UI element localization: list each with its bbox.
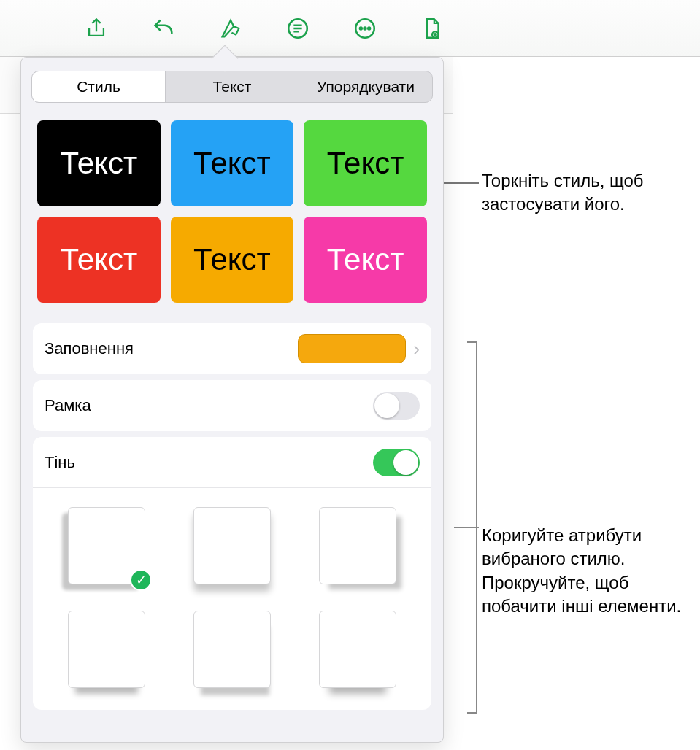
shadow-preset-4[interactable] xyxy=(68,611,145,688)
style-presets: Текст Текст Текст Текст Текст Текст xyxy=(21,113,443,317)
style-preset-green[interactable]: Текст xyxy=(304,120,427,206)
fill-color-chip[interactable] xyxy=(298,334,406,363)
format-panel: Стиль Текст Упорядкувати Текст Текст Тек… xyxy=(20,57,444,743)
more-icon[interactable] xyxy=(349,12,381,45)
svg-point-4 xyxy=(368,27,370,29)
fill-label: Заповнення xyxy=(45,339,134,358)
format-icon[interactable] xyxy=(215,12,247,45)
shadow-group: Тінь ✓ xyxy=(33,437,431,710)
border-toggle[interactable] xyxy=(373,392,420,420)
undo-icon[interactable] xyxy=(147,12,180,45)
callout-tap-style: Торкніть стиль, щоб застосувати його. xyxy=(482,169,693,217)
shadow-label: Тінь xyxy=(45,453,75,472)
chevron-right-icon: › xyxy=(413,338,420,360)
check-icon: ✓ xyxy=(130,569,152,591)
svg-point-2 xyxy=(360,27,362,29)
style-preset-blue[interactable]: Текст xyxy=(171,120,294,206)
shadow-presets: ✓ xyxy=(33,488,431,710)
tab-arrange[interactable]: Упорядкувати xyxy=(299,71,432,102)
shadow-toggle[interactable] xyxy=(373,449,420,476)
share-icon[interactable] xyxy=(80,12,112,45)
tab-style[interactable]: Стиль xyxy=(32,71,166,102)
callout-leader-2 xyxy=(454,527,479,528)
tab-text[interactable]: Текст xyxy=(166,71,299,102)
svg-point-3 xyxy=(364,27,366,29)
style-preset-pink[interactable]: Текст xyxy=(304,217,427,303)
fill-group: Заповнення › xyxy=(33,323,431,374)
document-icon[interactable] xyxy=(416,12,448,45)
border-group: Рамка xyxy=(33,380,431,431)
shadow-preset-6[interactable] xyxy=(319,611,396,688)
style-preset-black[interactable]: Текст xyxy=(37,120,161,206)
segmented-control: Стиль Текст Упорядкувати xyxy=(31,71,433,103)
shadow-preset-3[interactable] xyxy=(319,507,396,584)
style-preset-orange[interactable]: Текст xyxy=(171,217,294,303)
border-label: Рамка xyxy=(45,396,91,415)
callout-adjust: Коригуйте атрибути вибраного стилю. Прок… xyxy=(482,524,693,619)
fill-row[interactable]: Заповнення › xyxy=(33,323,431,374)
toolbar xyxy=(0,0,700,57)
fill-value: › xyxy=(298,334,420,363)
shadow-row: Тінь xyxy=(33,437,431,488)
border-row: Рамка xyxy=(33,380,431,431)
style-preset-red[interactable]: Текст xyxy=(37,217,161,303)
shadow-preset-2[interactable] xyxy=(193,507,271,584)
shadow-preset-5[interactable] xyxy=(193,611,271,688)
shadow-preset-1[interactable]: ✓ xyxy=(68,507,145,584)
list-icon[interactable] xyxy=(282,12,314,45)
svg-point-6 xyxy=(434,34,436,36)
